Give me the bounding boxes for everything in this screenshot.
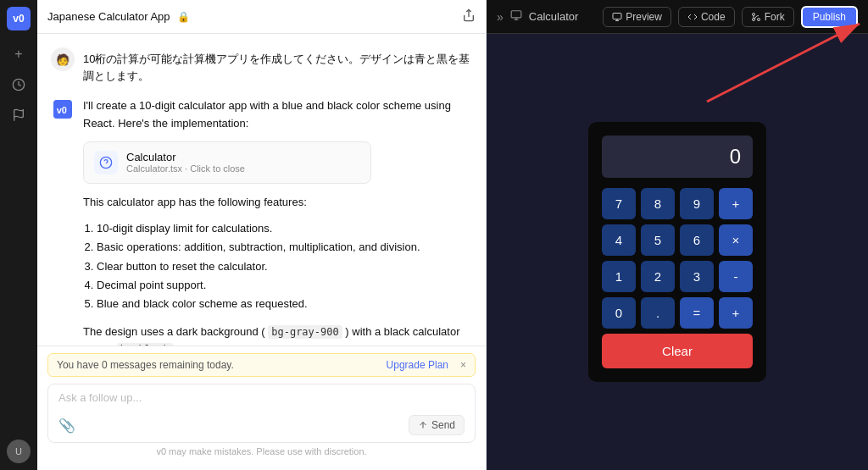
desc1: The design uses a dark background ( bg-g… (83, 323, 472, 346)
input-footer: 📎 Send (58, 415, 465, 435)
publish-button[interactable]: Publish (801, 6, 858, 28)
feature-3: Clear button to reset the calculator. (97, 257, 472, 276)
nav-chevron[interactable]: » (497, 10, 504, 24)
assistant-message: v0 I'll create a 10-digit calculator app… (51, 97, 472, 346)
input-area: You have 0 messages remaining today. Upg… (37, 346, 486, 470)
code-bg-gray: bg-gray-900 (268, 325, 342, 339)
calc-display: 0 (602, 135, 753, 178)
preview-tab-title: Calculator (529, 10, 579, 23)
app-logo[interactable]: v0 (7, 7, 31, 30)
sidebar-new[interactable]: + (5, 41, 32, 68)
assistant-content: I'll create a 10-digit calculator app wi… (83, 97, 472, 346)
features-header: This calculator app has the following fe… (83, 194, 472, 212)
send-button[interactable]: Send (409, 415, 465, 435)
calc-btn-clear[interactable]: Clear (602, 334, 753, 368)
calc-btn-plus1[interactable]: + (719, 188, 753, 219)
calc-btn-4[interactable]: 4 (602, 224, 636, 256)
sidebar-history[interactable] (5, 71, 32, 98)
feature-4: Decimal point support. (97, 276, 472, 295)
user-message: 🧑 10桁の計算が可能な計算機アプリを作成してください。デザインは青と黒を基調と… (51, 47, 472, 84)
upgrade-banner: You have 0 messages remaining today. Upg… (47, 353, 476, 377)
assistant-intro: I'll create a 10-digit calculator app wi… (83, 97, 472, 133)
user-message-avatar: 🧑 (51, 47, 75, 71)
chat-title: Japanese Calculator App (47, 10, 170, 23)
disclaimer: v0 may make mistakes. Please use with di… (47, 443, 476, 460)
calc-btn-multiply[interactable]: × (719, 224, 753, 256)
feature-2: Basic operations: addition, subtraction,… (97, 238, 472, 257)
calculator: 0 7 8 9 + 4 5 6 × 1 2 3 - 0 . = + Clear (588, 122, 766, 382)
file-info: Calculator Calculator.tsx · Click to clo… (126, 151, 360, 174)
lock-icon: 🔒 (177, 11, 190, 23)
upgrade-link[interactable]: Upgrade Plan (387, 359, 448, 371)
chat-header: Japanese Calculator App 🔒 (37, 0, 486, 34)
calc-btn-equals[interactable]: = (680, 297, 714, 329)
sidebar-flag[interactable] (5, 102, 32, 129)
feature-list: 10-digit display limit for calculations.… (97, 219, 472, 312)
calc-wrapper: 0 7 8 9 + 4 5 6 × 1 2 3 - 0 . = + Clear (487, 34, 868, 470)
preview-panel: » Calculator Preview Code Fork Publish 0… (487, 0, 868, 470)
calc-btn-0[interactable]: 0 (602, 297, 636, 329)
svg-point-15 (752, 13, 754, 15)
file-icon (94, 151, 118, 174)
chat-area: Japanese Calculator App 🔒 🧑 10桁の計算が可能な計算… (37, 0, 487, 470)
attach-icon[interactable]: 📎 (58, 417, 75, 434)
input-placeholder: Ask a follow up... (58, 391, 465, 404)
svg-text:v0: v0 (57, 105, 67, 115)
calc-btn-3[interactable]: 3 (680, 261, 714, 292)
upgrade-text: You have 0 messages remaining today. (57, 359, 234, 371)
upgrade-close[interactable]: × (460, 359, 466, 371)
calc-btn-plus2[interactable]: + (719, 297, 753, 329)
calc-btn-8[interactable]: 8 (641, 188, 675, 219)
user-avatar[interactable]: U (7, 440, 31, 463)
svg-rect-8 (511, 11, 521, 18)
calc-btn-9[interactable]: 9 (680, 188, 714, 219)
feature-1: 10-digit display limit for calculations. (97, 219, 472, 238)
calc-btn-2[interactable]: 2 (641, 261, 675, 292)
user-message-text: 10桁の計算が可能な計算機アプリを作成してください。デザインは青と黒を基調としま… (83, 47, 472, 84)
code-button[interactable]: Code (678, 7, 735, 27)
svg-rect-11 (613, 13, 621, 19)
calc-btn-1[interactable]: 1 (602, 261, 636, 292)
file-subtitle: Calculator.tsx · Click to close (126, 163, 360, 174)
calc-btn-7[interactable]: 7 (602, 188, 636, 219)
preview-button[interactable]: Preview (603, 7, 671, 27)
preview-monitor-icon (510, 9, 522, 24)
share-icon[interactable] (462, 8, 476, 25)
calc-btn-5[interactable]: 5 (641, 224, 675, 256)
file-name: Calculator (126, 151, 360, 163)
preview-header: » Calculator Preview Code Fork Publish (487, 0, 868, 34)
assistant-logo: v0 (51, 97, 75, 121)
calc-buttons: 7 8 9 + 4 5 6 × 1 2 3 - 0 . = + Clear (602, 188, 753, 368)
calc-btn-minus[interactable]: - (719, 261, 753, 292)
sidebar: v0 + U (0, 0, 37, 470)
fork-button[interactable]: Fork (742, 7, 794, 27)
preview-nav: » (497, 10, 504, 24)
chat-input-box: Ask a follow up... 📎 Send (47, 384, 476, 443)
svg-point-14 (757, 18, 760, 20)
file-card[interactable]: Calculator Calculator.tsx · Click to clo… (83, 141, 371, 184)
chat-messages: 🧑 10桁の計算が可能な計算機アプリを作成してください。デザインは青と黒を基調と… (37, 34, 486, 346)
feature-5: Blue and black color scheme as requested… (97, 295, 472, 313)
calc-btn-dot[interactable]: . (641, 297, 675, 329)
calc-btn-6[interactable]: 6 (680, 224, 714, 256)
